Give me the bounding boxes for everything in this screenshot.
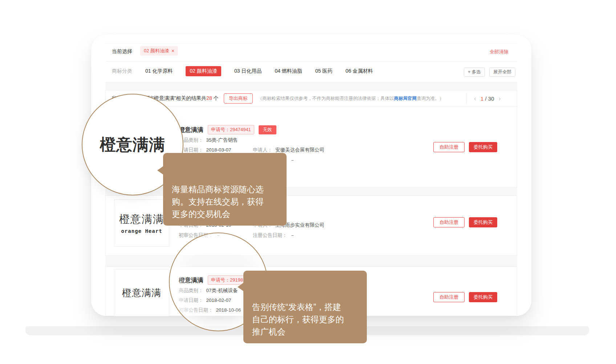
self-register-button[interactable]: 自助注册 — [433, 292, 465, 302]
disclaimer-text: （商标检索结果仅供参考，不作为商标能否注册的法律依据；具体以商标局官网查询为准。… — [258, 96, 444, 102]
category-row-label: 商标分类 — [112, 68, 132, 74]
page-indicator: 1 / 30 — [481, 96, 494, 102]
top-edge-line — [105, 43, 517, 44]
self-register-button[interactable]: 自助注册 — [433, 217, 465, 227]
reg-date-value: － — [290, 157, 295, 163]
results-count: 28 — [206, 95, 212, 101]
tooltip-arrow-icon — [238, 283, 244, 291]
trademark-office-link[interactable]: 商标局官网 — [394, 96, 417, 101]
applicant-label: 申请人： — [253, 147, 272, 153]
trademark-image-text: 橙意满满 — [119, 212, 164, 227]
trademark-image-text: 橙意满满 — [122, 287, 161, 299]
divider — [106, 106, 518, 107]
marketing-stage: 当前选择 02 颜料油漆 × 全部清除 商标分类 01 化学原料 02 颜料油漆… — [0, 0, 616, 364]
category-item-02-active[interactable]: 02 颜料油漆 — [186, 66, 221, 76]
page-total: 30 — [488, 96, 494, 102]
page-next-icon[interactable]: › — [499, 95, 501, 102]
promo-tooltip-trade: 海量精品商标资源随心选 购。支持在线交易，获得 更多的交易机会 — [163, 153, 287, 226]
magnified-trademark-text: 橙意满满 — [100, 134, 165, 155]
app-no-value: 29474941 — [230, 127, 251, 132]
expand-all-button[interactable]: 展开全部 — [489, 68, 515, 77]
trademark-name: 橙意满满 — [179, 126, 203, 134]
promo-tooltip-text: 海量精品商标资源随心选 购。支持在线交易，获得 更多的交易机会 — [172, 185, 264, 219]
app-no-label: 申请号： — [211, 127, 230, 132]
trademark-image-3[interactable]: 橙意满满 — [114, 269, 169, 316]
selected-filter-tag-label: 02 颜料油漆 — [144, 48, 169, 54]
current-selection-label: 当前选择 — [112, 48, 132, 55]
self-register-button[interactable]: 自助注册 — [433, 142, 465, 152]
disclaimer-pre: （商标检索结果仅供参考，不作为商标能否注册的法律依据；具体以 — [258, 96, 394, 101]
category-item-04[interactable]: 04 燃料油脂 — [275, 68, 302, 74]
page-prev-icon[interactable]: ‹ — [474, 95, 476, 102]
info-line: 商品类别：35类-广告销售 — [179, 137, 238, 143]
promo-tooltip-promote: 告别传统“发表格”，搭建 自己的标行，获得更多的 推广机会 — [243, 271, 367, 343]
promo-tooltip-text: 告别传统“发表格”，搭建 自己的标行，获得更多的 推广机会 — [252, 302, 344, 336]
disclaimer-post: 查询为准。） — [417, 96, 444, 101]
applicant-value: 安徽美达会展有限公司 — [275, 147, 324, 153]
clear-all-button[interactable]: 全部清除 — [490, 49, 508, 55]
applicant-pair: 申请人：安徽美达会展有限公司 — [253, 147, 324, 153]
reg-date-pair: 注册公告日期：－ — [253, 232, 295, 239]
multi-select-button[interactable]: + 多选 — [464, 68, 485, 77]
selected-filter-tag[interactable]: 02 颜料油漆 × — [140, 46, 178, 56]
category-item-05[interactable]: 05 医药 — [315, 68, 332, 74]
category-item-06[interactable]: 06 金属材料 — [345, 68, 373, 74]
apply-date-value: 2018-03-07 — [206, 147, 231, 153]
entrust-buy-button[interactable]: 委托购买 — [469, 292, 497, 302]
entrust-buy-button[interactable]: 委托购买 — [469, 142, 497, 152]
page-separator: / — [483, 96, 488, 102]
divider — [105, 61, 517, 61]
reg-date-value: － — [290, 232, 295, 238]
reg-date-label: 注册公告日期： — [253, 232, 287, 238]
info-line: 申请日期：2018-03-07 申请人：安徽美达会展有限公司 — [179, 147, 433, 153]
status-badge-invalid: 无效 — [259, 125, 276, 134]
summary-suffix: 个 — [212, 95, 219, 101]
application-number-badge: 申请号：29474941 — [208, 125, 254, 134]
export-trademarks-button[interactable]: 导出商标 — [224, 93, 253, 104]
close-icon[interactable]: × — [171, 48, 174, 54]
category-item-01[interactable]: 01 化学原料 — [145, 68, 173, 74]
category-item-03[interactable]: 03 日化用品 — [234, 68, 262, 74]
category-row: 商标分类 01 化学原料 02 颜料油漆 03 日化用品 04 燃料油脂 05 … — [112, 66, 373, 76]
trademark-image-2[interactable]: 橙意满满 orange Heart — [114, 199, 169, 247]
entrust-buy-button[interactable]: 委托购买 — [469, 217, 497, 227]
divider — [466, 93, 467, 104]
result-title-line-1: 橙意满满 申请号：29474941 无效 — [179, 125, 276, 134]
category-value: 35类-广告销售 — [206, 137, 238, 143]
tooltip-arrow-icon — [157, 166, 163, 175]
pagination: ‹ 1 / 30 › — [474, 91, 501, 106]
trademark-image-subtext: orange Heart — [121, 228, 162, 234]
